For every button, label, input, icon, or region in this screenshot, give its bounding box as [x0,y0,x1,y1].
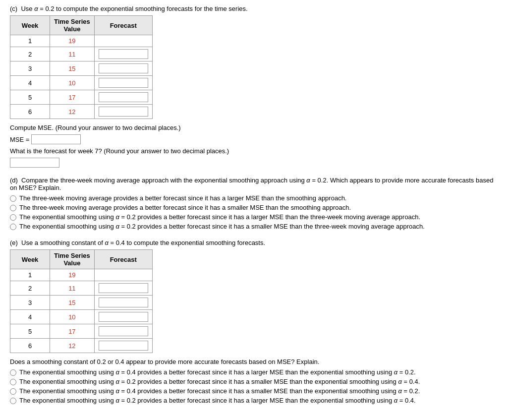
forecast-input-c5[interactable] [99,92,148,102]
col-week-header: Week [10,16,50,35]
part-c-table: Week Time SeriesValue Forecast 1 19 2 11… [10,15,153,119]
ts-value-cell: 11 [50,281,95,296]
forecast-input-c3[interactable] [99,63,148,73]
part-d-radio-1[interactable] [10,195,16,202]
week-cell: 5 [10,324,50,339]
part-d-radio-2[interactable] [10,205,16,211]
part-d-options: The three-week moving average provides a… [10,194,497,230]
part-e-radio-1[interactable] [10,369,16,376]
table-row: 2 11 [10,281,153,296]
forecast-input-e5[interactable] [99,326,148,336]
part-e-radio-2[interactable] [10,379,16,385]
col-forecast-header-e: Forecast [94,250,152,269]
part-e-instruction: (e) Use a smoothing constant of α = 0.4 … [10,239,497,246]
week-cell: 6 [10,339,50,353]
part-d-option-2-text: The three-week moving average provides a… [19,204,351,211]
forecast-input-c2[interactable] [99,49,148,59]
table-row: 5 17 [10,90,153,105]
table-row: 3 15 [10,296,153,310]
table-row: 6 12 [10,339,153,353]
ts-value-cell: 12 [50,339,95,353]
forecast-cell [94,281,152,296]
part-d-option-3-text: The exponential smoothing using α = 0.2 … [19,213,420,221]
part-e-option-3-text: The exponential smoothing using α = 0.4 … [19,387,420,395]
forecast-cell [94,339,152,353]
week7-instruction: What is the forecast for week 7? (Round … [10,147,497,155]
forecast-input-c4[interactable] [99,78,148,88]
part-e-option-4-text: The exponential smoothing using α = 0.2 … [19,397,416,404]
week7-input-c[interactable] [10,158,59,168]
forecast-input-e2[interactable] [99,283,148,293]
week-cell: 3 [10,296,50,310]
part-e-table: Week Time SeriesValue Forecast 1 19 2 11… [10,249,153,353]
forecast-cell [94,310,152,324]
col-ts-header-e: Time SeriesValue [50,250,95,269]
forecast-cell [94,61,152,76]
part-e-option-3[interactable]: The exponential smoothing using α = 0.4 … [10,387,497,395]
part-e-label: (e) [10,239,18,246]
week-cell: 2 [10,281,50,296]
forecast-cell [94,35,152,47]
ts-value-cell: 19 [50,35,95,47]
table-row: 6 12 [10,105,153,119]
forecast-cell [94,296,152,310]
part-d-radio-4[interactable] [10,224,16,230]
forecast-input-e3[interactable] [99,298,148,307]
ts-value-cell: 12 [50,105,95,119]
part-c-instruction: (c) Use α = 0.2 to compute the exponenti… [10,5,497,12]
part-d-option-2[interactable]: The three-week moving average provides a… [10,204,497,211]
col-forecast-header: Forecast [94,16,152,35]
ts-value-cell: 11 [50,47,95,61]
week-cell: 3 [10,61,50,76]
ts-value-cell: 15 [50,296,95,310]
week-cell: 6 [10,105,50,119]
mse-instruction: Compute MSE. (Round your answer to two d… [10,124,497,131]
forecast-cell [94,269,152,281]
week-cell: 4 [10,310,50,324]
ts-value-cell: 10 [50,310,95,324]
part-e-option-2[interactable]: The exponential smoothing using α = 0.2 … [10,378,497,385]
table-row: 4 10 [10,76,153,90]
forecast-input-c6[interactable] [99,107,148,117]
part-d-option-4[interactable]: The exponential smoothing using α = 0.2 … [10,223,497,230]
ts-value-cell: 19 [50,269,95,281]
part-e-option-1[interactable]: The exponential smoothing using α = 0.4 … [10,368,497,376]
table-row: 3 15 [10,61,153,76]
part-c-section: (c) Use α = 0.2 to compute the exponenti… [10,5,497,168]
forecast-cell [94,324,152,339]
week-cell: 1 [10,35,50,47]
week-cell: 1 [10,269,50,281]
table-row: 4 10 [10,310,153,324]
mse-input-c[interactable] [31,134,81,144]
part-e-section: (e) Use a smoothing constant of α = 0.4 … [10,239,497,404]
table-row: 1 19 [10,35,153,47]
forecast-cell [94,47,152,61]
part-e-option-2-text: The exponential smoothing using α = 0.2 … [19,378,420,385]
week-cell: 5 [10,90,50,105]
ts-value-cell: 17 [50,324,95,339]
part-e-radio-3[interactable] [10,388,16,395]
part-e-option-1-text: The exponential smoothing using α = 0.4 … [19,368,416,376]
part-d-option-1[interactable]: The three-week moving average provides a… [10,194,497,202]
col-ts-header: Time SeriesValue [50,16,95,35]
part-d-section: (d) Compare the three-week moving averag… [10,177,497,230]
table-row: 2 11 [10,47,153,61]
ts-value-cell: 15 [50,61,95,76]
forecast-cell [94,105,152,119]
part-e-options: The exponential smoothing using α = 0.4 … [10,368,497,404]
week7-input-row [10,158,497,168]
mse-label: MSE = [10,136,31,143]
part-d-option-4-text: The exponential smoothing using α = 0.2 … [19,223,425,230]
week-cell: 4 [10,76,50,90]
forecast-input-e4[interactable] [99,312,148,322]
forecast-input-e6[interactable] [99,341,148,351]
mse-input-row: MSE = [10,134,497,144]
part-d-label: (d) [10,177,18,184]
part-e-option-4[interactable]: The exponential smoothing using α = 0.2 … [10,397,497,404]
part-d-radio-3[interactable] [10,214,16,221]
col-week-header-e: Week [10,250,50,269]
part-d-option-1-text: The three-week moving average provides a… [19,194,346,202]
part-d-option-3[interactable]: The exponential smoothing using α = 0.2 … [10,213,497,221]
part-e-radio-4[interactable] [10,398,16,404]
forecast-cell [94,76,152,90]
